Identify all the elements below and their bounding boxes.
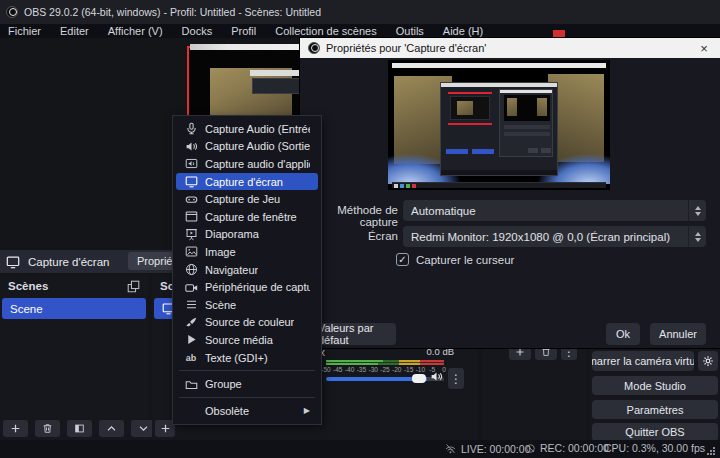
window-titlebar: OBS 29.0.2 (64-bit, windows) - Profil: U… xyxy=(0,0,720,24)
cancel-label: Annuler xyxy=(659,328,697,340)
settings-label: Paramètres xyxy=(627,404,684,416)
dialog-title: Propriétés pour 'Capture d'écran' xyxy=(326,42,486,54)
screen-select[interactable]: Redmi Monitor: 1920x1080 @ 0,0 (Écran pr… xyxy=(403,226,706,247)
scene-filters-button[interactable] xyxy=(67,420,92,437)
menubar-item-editer[interactable]: Editer xyxy=(60,25,89,37)
settings-button[interactable]: Paramètres xyxy=(592,400,718,419)
move-scene-up-button[interactable] xyxy=(99,420,124,437)
display-icon xyxy=(6,255,20,269)
menu-item-navigateur[interactable]: Navigateur xyxy=(176,261,318,279)
menu-item-capture-audio-d-application-beta[interactable]: Capture audio d'application (BETA) xyxy=(176,155,318,173)
menubar-item-docks[interactable]: Docks xyxy=(182,25,213,37)
rec-icon xyxy=(525,443,536,454)
menu-item-texte-gdi[interactable]: abTexte (GDI+) xyxy=(176,349,318,367)
start-virtual-camera-button[interactable]: Démarrer la caméra virtuelle xyxy=(592,351,694,371)
volume-slider-track[interactable] xyxy=(326,377,444,381)
menu-item-source-de-couleur[interactable]: Source de couleur xyxy=(176,314,318,332)
menu-item-label: Capture audio d'application (BETA) xyxy=(205,158,310,170)
menubar-item-afficher-v[interactable]: Afficher (V) xyxy=(108,25,163,37)
menu-item-image[interactable]: Image xyxy=(176,243,318,261)
plus-icon xyxy=(160,423,171,434)
panel-icon xyxy=(74,423,85,434)
volume-slider-handle[interactable] xyxy=(412,374,426,383)
quit-button[interactable]: Quitter OBS xyxy=(592,423,718,441)
menu-item-label: Navigateur xyxy=(205,264,258,276)
capture-cursor-checkbox[interactable]: ✓ xyxy=(396,253,409,266)
speaker-icon[interactable] xyxy=(430,370,443,383)
remove-scene-button[interactable] xyxy=(35,420,60,437)
meter-tick-label: -40 xyxy=(345,366,354,373)
menu-item-diaporama[interactable]: Diaporama xyxy=(176,226,318,244)
menu-bar: FichierEditerAfficher (V)DocksProfilColl… xyxy=(0,24,720,38)
scene-icon xyxy=(184,298,198,312)
preview-obs-window xyxy=(440,82,558,176)
group-icon xyxy=(184,377,198,391)
speaker-icon xyxy=(184,139,198,153)
trash-icon xyxy=(42,423,53,434)
menu-item-label: Image xyxy=(205,246,236,258)
menu-item-label: Capture de fenêtre xyxy=(205,211,297,223)
mixer-options-button[interactable]: ⋮ xyxy=(448,368,464,389)
cpu-label: CPU: 0.3%, 30.00 fps xyxy=(604,442,705,454)
menu-item-capture-de-fenetre[interactable]: Capture de fenêtre xyxy=(176,208,318,226)
preview-taskbar xyxy=(392,182,606,188)
close-icon[interactable]: × xyxy=(696,41,712,56)
gear-icon xyxy=(702,355,714,367)
live-status: LIVE: 00:00:00 xyxy=(444,442,530,455)
resize-grip[interactable] xyxy=(707,446,716,455)
dialog-titlebar[interactable]: Propriétés pour 'Capture d'écran' × xyxy=(300,38,720,58)
menubar-item-aide-h[interactable]: Aide (H) xyxy=(443,25,483,37)
context-menu: Capture Audio (Entrée)Capture Audio (Sor… xyxy=(172,115,322,425)
capture-method-select[interactable]: Automatique xyxy=(403,200,706,221)
trash-icon xyxy=(541,347,551,357)
properties-dialog: Propriétés pour 'Capture d'écran' × Méth… xyxy=(300,38,720,348)
menu-item-capture-audio-sortie[interactable]: Capture Audio (Sortie) xyxy=(176,138,318,156)
menu-item-label: Capture de Jeu xyxy=(205,193,280,205)
ok-button[interactable]: Ok xyxy=(606,323,640,345)
rec-timer: REC: 00:00:00 xyxy=(540,442,609,454)
media-icon xyxy=(184,333,198,347)
kebab-icon: ⋮ xyxy=(450,373,462,385)
virtual-camera-config-button[interactable] xyxy=(698,351,718,371)
live-icon xyxy=(444,442,457,455)
menu-item-capture-audio-entree[interactable]: Capture Audio (Entrée) xyxy=(176,120,318,138)
captured-browser-strip xyxy=(190,44,318,50)
menubar-item-profil[interactable]: Profil xyxy=(231,25,256,37)
cancel-button[interactable]: Annuler xyxy=(650,323,706,345)
menu-item-label: Texte (GDI+) xyxy=(205,352,268,364)
menu-item-label: Obsolète xyxy=(205,405,249,417)
menu-item-peripherique-de-capture-video[interactable]: Périphérique de capture vidéo xyxy=(176,278,318,296)
meter-tick-label: -35 xyxy=(357,366,366,373)
menu-item-source-media[interactable]: Source média xyxy=(176,331,318,349)
menu-item-obsolete[interactable]: Obsolète▶ xyxy=(176,402,318,420)
obs-window: OBS 29.0.2 (64-bit, windows) - Profil: U… xyxy=(0,0,720,458)
cpu-status: CPU: 0.3%, 30.00 fps xyxy=(604,442,705,454)
live-timer: LIVE: 00:00:00 xyxy=(461,443,530,455)
menubar-item-collection-de-scenes[interactable]: Collection de scènes xyxy=(275,25,377,37)
add-scene-button[interactable] xyxy=(3,420,28,437)
globe-icon xyxy=(184,263,198,277)
menu-item-groupe[interactable]: Groupe xyxy=(176,375,318,393)
source-bar[interactable]: Capture d'écran Propriétés xyxy=(0,250,200,273)
chevron-down-icon xyxy=(138,423,149,434)
selection-handle[interactable] xyxy=(553,30,565,37)
status-bar: LIVE: 00:00:00 REC: 00:00:00 CPU: 0.3%, … xyxy=(0,440,720,458)
menu-item-scene[interactable]: Scène xyxy=(176,296,318,314)
menu-separator xyxy=(179,397,315,398)
meter-tick-label: -45 xyxy=(333,366,342,373)
menubar-item-outils[interactable]: Outils xyxy=(396,25,424,37)
defaults-label: Valeurs par défaut xyxy=(318,322,386,346)
scenes-header-label: Scènes xyxy=(8,280,48,292)
menu-item-label: Source média xyxy=(205,334,273,346)
menu-item-capture-de-jeu[interactable]: Capture de Jeu xyxy=(176,190,318,208)
menu-item-capture-d-ecran[interactable]: Capture d'écran xyxy=(176,173,318,191)
obs-logo-icon xyxy=(6,6,18,18)
menu-item-label: Groupe xyxy=(205,378,242,390)
scene-list-item[interactable]: Scene xyxy=(2,298,146,319)
scene-item-label: Scene xyxy=(10,303,43,315)
window-icon xyxy=(184,210,198,224)
popout-icon[interactable] xyxy=(127,280,140,293)
menubar-item-fichier[interactable]: Fichier xyxy=(8,25,41,37)
meter-tick-label: -25 xyxy=(380,366,389,373)
studio-mode-button[interactable]: Mode Studio xyxy=(592,376,718,395)
